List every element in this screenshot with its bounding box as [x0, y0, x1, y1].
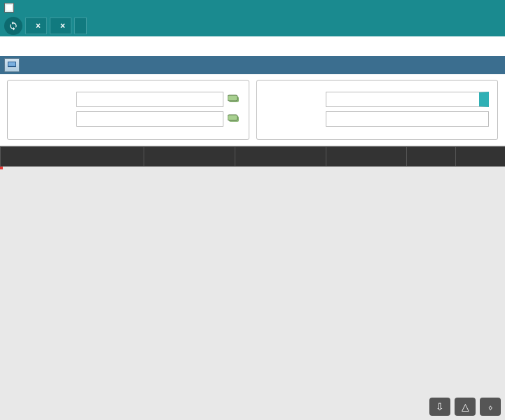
share-button[interactable]: ⬨ — [480, 398, 501, 416]
col-saidas[interactable] — [235, 147, 326, 167]
col-saldo[interactable] — [326, 147, 407, 167]
tab-funcoes[interactable]: × — [50, 18, 71, 34]
summary-panels — [0, 74, 505, 146]
panel-titulos-atrasados — [7, 80, 249, 140]
close-icon[interactable]: × — [60, 21, 65, 31]
tab-bar: × × — [0, 15, 505, 36]
input-em-bancos[interactable] — [326, 111, 490, 127]
refresh-icon — [8, 21, 18, 31]
toolbar — [0, 56, 505, 74]
money-icon — [228, 114, 240, 124]
input-a-receber[interactable] — [76, 111, 223, 127]
svg-rect-1 — [8, 62, 15, 66]
svg-rect-3 — [228, 95, 237, 101]
monitor-icon — [8, 62, 16, 69]
close-icon[interactable]: × — [36, 21, 41, 31]
highlight-box — [0, 167, 3, 169]
upload-button[interactable]: △ — [455, 398, 476, 416]
screen-button[interactable] — [4, 58, 20, 72]
tab-naturezas[interactable]: × — [25, 18, 47, 34]
input-a-pagar[interactable] — [76, 92, 223, 107]
input-em-caixa[interactable] — [326, 92, 490, 107]
col-vardia[interactable] — [407, 147, 456, 167]
svg-rect-5 — [228, 115, 237, 120]
data-grid[interactable] — [0, 146, 505, 167]
money-icon — [228, 94, 240, 104]
download-button[interactable]: ⇩ — [429, 398, 450, 416]
panel-saldos — [256, 80, 499, 140]
tab-visao[interactable] — [74, 18, 87, 34]
col-dia[interactable] — [1, 147, 144, 167]
col-entracun[interactable] — [456, 147, 506, 167]
col-entradas[interactable] — [144, 147, 235, 167]
floating-actions: ⇩ △ ⬨ — [429, 398, 501, 416]
home-button[interactable] — [4, 17, 22, 35]
app-icon — [4, 3, 14, 13]
grid-container — [0, 146, 505, 167]
page-header — [0, 36, 505, 56]
window-titlebar — [0, 0, 505, 15]
